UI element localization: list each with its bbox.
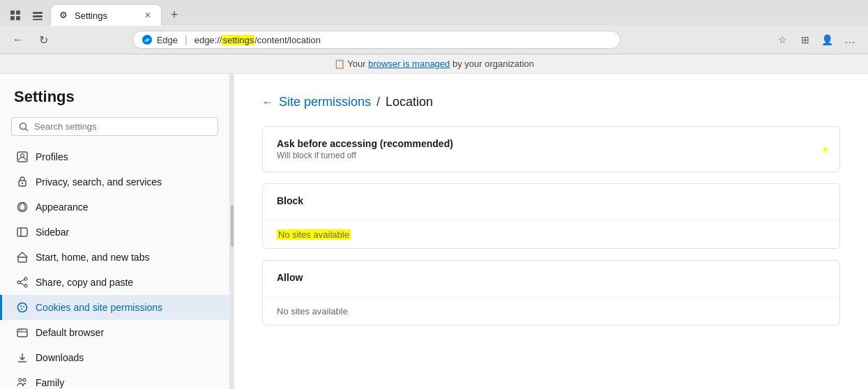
search-box[interactable]	[11, 117, 218, 136]
home-icon	[16, 251, 29, 264]
managed-banner: 📋 Your browser is managed by your organi…	[0, 54, 868, 74]
svg-rect-6	[33, 19, 43, 20]
family-icon	[16, 376, 29, 389]
tab-close-button[interactable]: ✕	[143, 9, 153, 22]
tab-groups-button[interactable]	[28, 6, 47, 25]
sidebar-scrollbar[interactable]	[230, 74, 234, 389]
svg-point-33	[23, 379, 26, 381]
sidebar-item-privacy[interactable]: Privacy, search, and services	[0, 169, 229, 194]
ask-before-accessing-header: Ask before accessing (recommended) Will …	[263, 127, 839, 171]
sidebar-item-default-browser-label: Default browser	[36, 327, 104, 338]
favorites-button[interactable]: ☆	[773, 30, 793, 49]
allow-card-header: Allow	[263, 261, 839, 294]
allow-no-sites: No sites available	[263, 298, 839, 325]
block-card-header: Block	[263, 184, 839, 218]
search-input[interactable]	[34, 121, 211, 132]
svg-point-30	[21, 330, 22, 331]
menu-button[interactable]: …	[840, 30, 860, 49]
default-browser-icon	[16, 326, 29, 339]
sidebar-item-downloads-label: Downloads	[36, 352, 84, 363]
browser-chrome: ⚙ Settings ✕ + ← ↻ Edge | edge://setting…	[0, 0, 868, 54]
allow-card: Allow No sites available	[262, 260, 840, 326]
address-prefix: edge://	[195, 35, 222, 45]
breadcrumb-link[interactable]: Site permissions	[279, 95, 371, 109]
settings-tab-icon: ⚙	[59, 10, 70, 21]
sidebar-item-sidebar[interactable]: Sidebar	[0, 220, 229, 245]
new-tab-button[interactable]: +	[165, 6, 184, 25]
svg-point-20	[24, 284, 27, 287]
refresh-button[interactable]: ↻	[33, 30, 53, 49]
sidebar-item-cookies[interactable]: Cookies and site permissions	[0, 295, 229, 320]
address-path-suffix: /content/location	[254, 35, 321, 45]
profile-button[interactable]: 👤	[818, 30, 837, 49]
workspaces-button[interactable]	[6, 6, 25, 25]
svg-point-25	[23, 306, 24, 307]
edge-label: Edge	[157, 35, 178, 45]
appearance-icon	[16, 201, 29, 213]
sidebar-item-family[interactable]: Family	[0, 370, 229, 389]
sidebar-item-profiles-label: Profiles	[36, 151, 68, 162]
back-button[interactable]: ←	[8, 30, 28, 49]
allow-no-sites-text: No sites available	[277, 306, 348, 316]
toolbar-right: ☆ ⊞ 👤 …	[773, 30, 860, 49]
settings-tab[interactable]: ⚙ Settings ✕	[50, 4, 162, 26]
downloads-icon	[16, 351, 29, 364]
sidebar-item-appearance-label: Appearance	[36, 201, 89, 213]
sidebar-item-share[interactable]: Share, copy and paste	[0, 270, 229, 295]
search-icon	[19, 122, 29, 132]
sidebar: Settings Profiles Privacy, search, and s…	[0, 74, 230, 389]
toggle-highlight	[823, 147, 828, 151]
svg-line-21	[20, 280, 24, 282]
profiles-icon	[16, 151, 29, 163]
address-divider: |	[185, 34, 188, 45]
sidebar-item-appearance[interactable]: Appearance	[0, 194, 229, 220]
back-to-site-permissions[interactable]: ←	[262, 96, 273, 109]
ask-card-subtitle: Will block if turned off	[277, 151, 453, 160]
svg-point-8	[20, 123, 26, 129]
svg-rect-17	[18, 257, 26, 262]
svg-point-11	[21, 154, 24, 158]
ask-before-accessing-card: Ask before accessing (recommended) Will …	[262, 126, 840, 172]
breadcrumb-separator: /	[376, 95, 380, 109]
svg-rect-2	[10, 16, 15, 20]
managed-icon: 📋	[334, 59, 345, 69]
tab-bar: ⚙ Settings ✕ +	[0, 0, 868, 26]
sidebar-item-privacy-label: Privacy, search, and services	[36, 176, 162, 188]
sidebar-item-share-label: Share, copy and paste	[36, 277, 133, 288]
svg-point-29	[19, 330, 20, 331]
edge-logo	[142, 34, 153, 45]
sidebar-item-start-home-label: Start, home, and new tabs	[36, 252, 149, 263]
settings-tab-title: Settings	[75, 10, 139, 21]
svg-point-23	[18, 303, 27, 312]
sidebar-item-sidebar-label: Sidebar	[36, 227, 69, 238]
page-title: Location	[386, 95, 433, 109]
svg-line-22	[20, 283, 24, 285]
ask-card-text: Ask before accessing (recommended) Will …	[277, 138, 453, 160]
collections-button[interactable]: ⊞	[795, 30, 815, 49]
svg-rect-0	[10, 10, 15, 15]
svg-rect-3	[16, 16, 20, 20]
managed-link[interactable]: browser is managed	[368, 59, 450, 69]
sidebar-icon	[16, 226, 29, 238]
address-text: edge://settings/content/location	[195, 35, 321, 45]
svg-rect-15	[17, 228, 27, 236]
address-bar[interactable]: Edge | edge://settings/content/location	[132, 31, 620, 49]
svg-point-13	[22, 183, 23, 184]
sidebar-title: Settings	[0, 88, 229, 117]
svg-rect-27	[17, 329, 27, 337]
sidebar-item-downloads[interactable]: Downloads	[0, 345, 229, 370]
sidebar-item-family-label: Family	[36, 377, 64, 388]
block-sites-section: No sites available	[263, 220, 839, 248]
address-bar-row: ← ↻ Edge | edge://settings/content/locat…	[0, 26, 868, 54]
sidebar-item-default-browser[interactable]: Default browser	[0, 320, 229, 345]
svg-point-26	[21, 308, 22, 310]
svg-point-24	[20, 305, 22, 307]
share-icon	[16, 276, 29, 289]
svg-rect-1	[16, 10, 20, 15]
sidebar-item-profiles[interactable]: Profiles	[0, 144, 229, 169]
svg-point-32	[19, 379, 22, 381]
content-area: ← Site permissions / Location Ask before…	[234, 74, 868, 389]
sidebar-item-start-home[interactable]: Start, home, and new tabs	[0, 245, 229, 270]
managed-text-prefix: Your	[347, 59, 368, 69]
allow-card-title: Allow	[277, 272, 303, 283]
